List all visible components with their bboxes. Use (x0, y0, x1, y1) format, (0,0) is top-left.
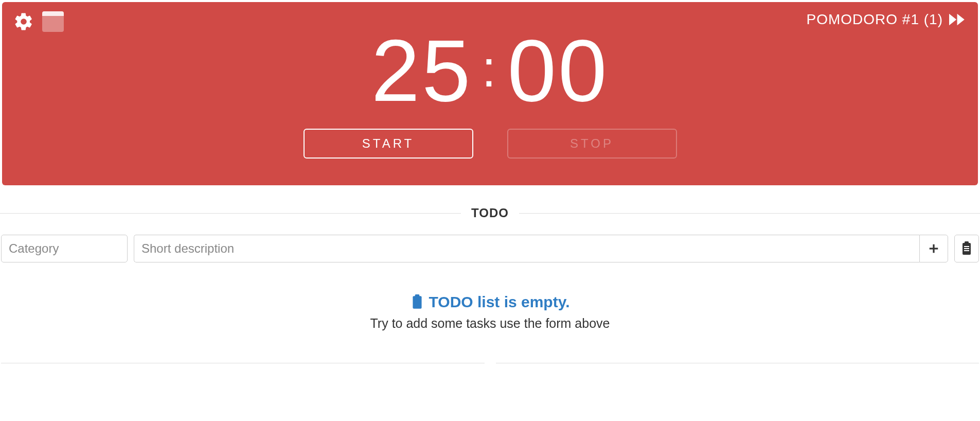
category-input[interactable] (1, 235, 128, 262)
session-label: POMODORO #1 (1) (807, 11, 943, 28)
empty-state-title: TODO list is empty. (429, 293, 570, 311)
svg-rect-10 (415, 294, 419, 297)
svg-rect-5 (965, 241, 969, 244)
divider-line (519, 213, 980, 214)
svg-rect-7 (964, 248, 969, 249)
calendar-icon (42, 11, 64, 32)
divider-line (0, 213, 461, 214)
timer-colon: : (473, 40, 508, 97)
timer-seconds: 00 (507, 22, 609, 119)
todo-input-row (0, 235, 980, 262)
calendar-button[interactable] (42, 11, 64, 32)
bottom-divider (0, 363, 980, 363)
start-button[interactable]: START (304, 129, 473, 159)
description-input[interactable] (134, 235, 919, 262)
clipboard-icon (411, 294, 424, 310)
svg-rect-6 (964, 246, 969, 247)
svg-rect-9 (413, 296, 421, 309)
clipboard-button[interactable] (954, 235, 979, 262)
plus-icon (928, 243, 939, 254)
gear-icon (13, 11, 34, 32)
timer-display: 25:00 (13, 27, 967, 114)
fast-forward-icon (949, 12, 967, 27)
add-task-button[interactable] (919, 235, 948, 262)
description-group (134, 235, 948, 262)
top-left-controls (13, 11, 64, 32)
empty-state: TODO list is empty. Try to add some task… (0, 293, 980, 331)
svg-rect-8 (964, 250, 969, 251)
settings-button[interactable] (13, 11, 34, 32)
timer-buttons: START STOP (13, 129, 967, 159)
divider-line (1, 363, 485, 363)
empty-state-subtitle: Try to add some tasks use the form above (0, 316, 980, 331)
todo-section-header: TODO (0, 206, 980, 220)
svg-marker-1 (957, 14, 965, 26)
empty-state-title-row: TODO list is empty. (411, 293, 570, 311)
svg-marker-0 (949, 14, 956, 26)
skip-button[interactable] (949, 12, 967, 27)
top-right-controls: POMODORO #1 (1) (807, 11, 967, 28)
stop-button[interactable]: STOP (507, 129, 677, 159)
divider-line (496, 363, 979, 363)
timer-panel: POMODORO #1 (1) 25:00 START STOP (2, 2, 978, 185)
clipboard-icon (960, 241, 973, 256)
timer-minutes: 25 (371, 22, 473, 119)
todo-section-title: TODO (461, 206, 519, 220)
